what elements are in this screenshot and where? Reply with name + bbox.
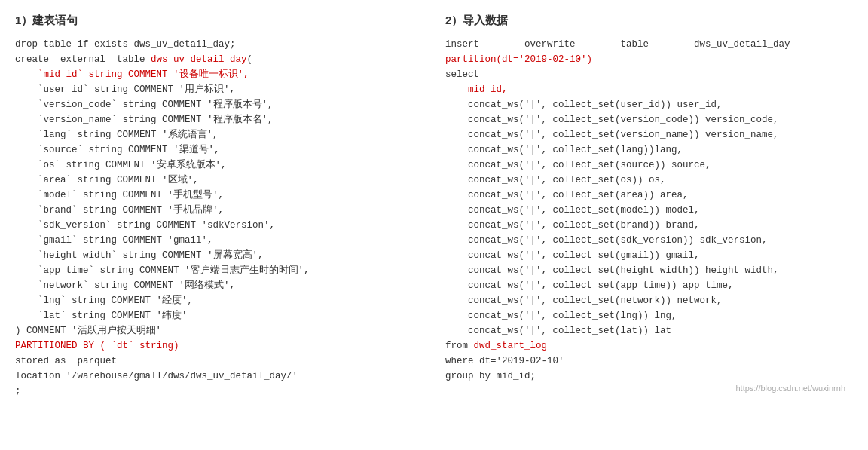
left-column: 1）建表语句 drop table if exists dws_uv_detai… [15, 14, 423, 399]
section2-code: insert overwrite table dws_uv_detail_day… [445, 37, 853, 384]
two-column-layout: 1）建表语句 drop table if exists dws_uv_detai… [15, 14, 853, 399]
page-wrapper: 1）建表语句 drop table if exists dws_uv_detai… [15, 14, 853, 399]
right-column: 2）导入数据 insert overwrite table dws_uv_det… [445, 14, 853, 399]
watermark: https://blog.csdn.net/wuxinrnh [735, 384, 845, 393]
section1-title: 1）建表语句 [15, 14, 423, 28]
section2-title: 2）导入数据 [445, 14, 853, 28]
section1-code: drop table if exists dws_uv_detail_day; … [15, 37, 423, 399]
